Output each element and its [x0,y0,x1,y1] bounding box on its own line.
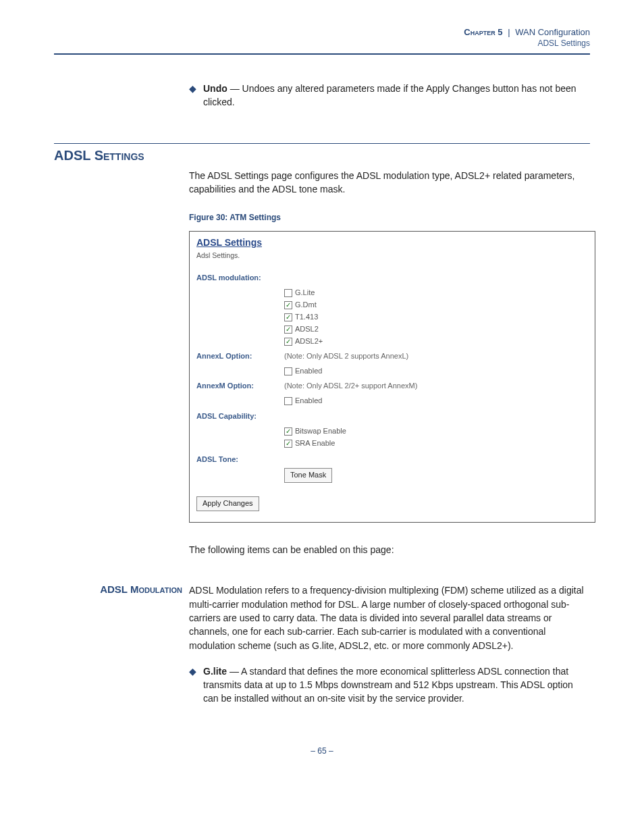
capability-option-0-checkbox[interactable]: ✓ [284,427,292,436]
capability-label: ADSL Capability: [196,411,284,422]
tone-label: ADSL Tone: [196,454,284,465]
page-number: – 65 – [54,746,590,756]
header-separator: | [508,27,510,37]
modulation-option-1-checkbox[interactable]: ✓ [284,301,292,309]
annexm-enabled-label: Enabled [295,396,322,407]
capability-option-0-label: Bitswap Enable [295,426,346,437]
page-header: Chapter 5 | WAN Configuration ADSL Setti… [54,27,590,55]
glite-term: G.lite [203,666,227,677]
undo-paragraph: ◆ Undo — Undoes any altered parameters m… [189,82,590,109]
modulation-option-2-checkbox[interactable]: ✓ [284,313,292,321]
modulation-option-2-label: T1.413 [295,312,318,323]
section-heading-adsl-settings: ADSL Settings [54,148,590,163]
modulation-label: ADSL modulation: [196,273,284,284]
glite-description: A standard that defines the more economi… [203,666,573,704]
diamond-bullet-icon: ◆ [189,664,196,706]
annexm-note: (Note: Only ADSL 2/2+ support AnnexM) [284,381,588,392]
annexl-label: AnnexL Option: [196,351,284,362]
capability-option-1-label: SRA Enable [295,438,335,449]
modulation-option-0-label: G.Lite [295,288,315,298]
tone-mask-button[interactable]: Tone Mask [284,468,332,483]
header-subsection: ADSL Settings [54,38,590,48]
annexl-enabled-checkbox[interactable] [284,367,292,375]
intro-paragraph: The ADSL Settings page configures the AD… [189,169,590,197]
modulation-option-0-checkbox[interactable] [284,289,292,297]
diamond-bullet-icon: ◆ [189,82,196,109]
adsl-modulation-body: ADSL Modulation refers to a frequency-di… [189,583,590,652]
screenshot-title: ADSL Settings [196,236,588,249]
header-chapter: Chapter 5 [464,27,502,37]
side-heading-adsl-modulation: ADSL Modulation [54,583,189,705]
apply-changes-button[interactable]: Apply Changes [196,496,259,511]
modulation-option-1-label: G.Dmt [295,300,317,311]
annexm-label: AnnexM Option: [196,381,284,392]
figure-caption: Figure 30: ATM Settings [189,212,590,224]
undo-dash: — [227,83,242,94]
capability-option-1-checkbox[interactable]: ✓ [284,440,292,448]
glite-dash: — [227,666,241,677]
modulation-option-4-label: ADSL2+ [295,336,323,347]
modulation-option-3-label: ADSL2 [295,324,319,335]
annexm-enabled-checkbox[interactable] [284,397,292,405]
annexl-enabled-label: Enabled [295,366,322,377]
following-items-text: The following items can be enabled on th… [189,543,590,556]
undo-term: Undo [203,83,227,94]
undo-description: Undoes any altered parameters made if th… [203,83,576,107]
annexl-note: (Note: Only ADSL 2 supports AnnexL) [284,351,588,362]
modulation-option-4-checkbox[interactable]: ✓ [284,338,292,346]
header-section: WAN Configuration [515,27,590,37]
screenshot-subtitle: Adsl Settings. [196,251,588,261]
section-divider [54,143,590,144]
adsl-settings-screenshot: ADSL Settings Adsl Settings. ADSL modula… [189,231,595,523]
modulation-option-3-checkbox[interactable]: ✓ [284,325,292,334]
